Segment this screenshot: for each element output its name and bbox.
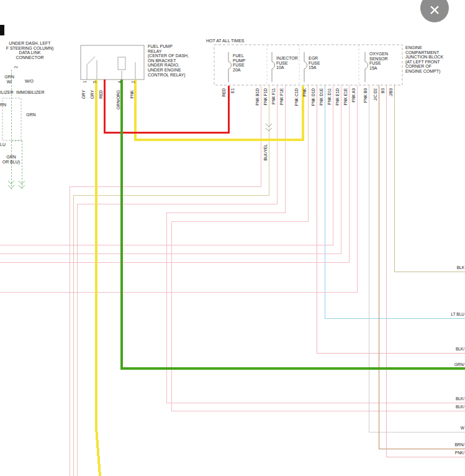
wire-color-label: BLK [457, 265, 464, 270]
corner-mark [0, 25, 4, 35]
note-line: FUEL [233, 53, 245, 58]
wire-label: 2 [131, 81, 136, 83]
note-line: INJECTOR [276, 56, 298, 61]
wire-color-label: BLK/ [456, 405, 464, 409]
relay-box [81, 45, 144, 80]
wire-pnk-1 [171, 85, 465, 411]
note-line: COMPARTMENT [405, 50, 443, 55]
label-ilizer: ILIZER [0, 90, 14, 95]
note-line: CONTROL RELAY) [148, 73, 189, 78]
wire-wht [369, 85, 465, 432]
note-line: FUEL PUMP [148, 44, 189, 49]
wire-label: BLK/YEL [263, 144, 268, 160]
note-line: PUMP [233, 58, 245, 63]
hot-at-all-times-label: HOT AT ALL TIMES [206, 39, 244, 43]
wire-label: PNK F11 [271, 88, 276, 104]
wire-label: PNK D1E [319, 88, 324, 106]
fuse-label-fuel-pump: FUELPUMPFUSE20A [233, 53, 245, 72]
note-line: CONNECTOR [0, 55, 60, 60]
wire-color-label: BLK/ [456, 347, 464, 351]
relay-internals [87, 57, 135, 80]
label-grn: GRN [26, 112, 36, 117]
diagram-static-shapes [2, 45, 402, 140]
note-line: OXYGEN [369, 52, 388, 57]
note-line: EGR [309, 56, 320, 61]
wire-pnk-e1e [0, 85, 349, 262]
wire-label: RED [99, 90, 104, 99]
note-line: RELAY [148, 49, 189, 54]
label-lu: LU [0, 142, 6, 147]
wire-label: PNK B9 [363, 88, 368, 103]
wire-label: PNK D1D [311, 88, 316, 106]
note-line: ENGINE [405, 45, 443, 50]
wire-label: 5 [93, 81, 97, 83]
fuel-pump-relay-note: FUEL PUMPRELAY(CENTER OF DASH,ON BRACKET… [148, 44, 189, 77]
note-line: SENSOR [369, 57, 388, 62]
note-line: 20A [233, 68, 245, 73]
label-immobilizer: IMMOBILIZER [16, 90, 45, 95]
wire-pnk-highlight [135, 80, 303, 140]
note-line: W/ [2, 80, 16, 85]
wire-color-label: PNK/ [455, 451, 464, 455]
note-line: CORNER OF [405, 64, 443, 69]
wire-label: J/C D2 [373, 88, 378, 101]
note-line: JUNCTION BLOCK [405, 55, 443, 60]
wire-label: GRY [90, 90, 95, 99]
wire-color-label: LT BLU [451, 312, 464, 316]
wire-label: PNK D11 [327, 88, 332, 105]
fuse-label-oxygen-sensor: OXYGENSENSORFUSE15A [369, 52, 388, 70]
note-line: (CENTER OF DASH, [148, 53, 189, 58]
label-rn: RN [0, 103, 6, 108]
fuse-symbol-injector [272, 52, 275, 82]
note-line: ENGINE COMPT) [405, 69, 443, 74]
wire-label: B3 [381, 88, 386, 93]
note-line: (AT LEFT FRONT [405, 60, 443, 65]
wire-label: PNK C1D [294, 88, 299, 106]
wire-label: PNK F1D [263, 88, 268, 105]
fuse-symbol-oxygen-sensor [365, 52, 368, 82]
fuse-label-injector: INJECTORFUSE10A [276, 56, 298, 70]
note-line: DATA LINK [0, 50, 60, 55]
wire-label: 1 [83, 81, 88, 83]
wire-label: GRN/ORG [116, 90, 121, 109]
wiring-diagram-viewer: UNDER DASH, LEFTF STEERING COLUMN)DATA L… [0, 0, 465, 476]
note-line: ON BRACKET [148, 58, 189, 63]
note-line: UNDER ENGINE [148, 68, 189, 73]
label-wo: W/O [25, 79, 34, 84]
wire-break-symbols [8, 124, 272, 188]
wire-label: 2 [14, 66, 19, 68]
wire-pnk-d1d [317, 85, 465, 353]
wire-label: PNK E1D [335, 88, 340, 106]
wire-label: PNK B1D [255, 88, 260, 106]
note-line: F STEERING COLUMN) [0, 46, 60, 51]
fuse-symbol-fuel-pump [228, 52, 232, 82]
wires-layer [0, 70, 465, 476]
wire-grn-org [122, 80, 465, 368]
note-line: UNDER RADIO, [148, 63, 189, 68]
wire-pnk-2 [386, 85, 465, 457]
fuse-symbols [228, 52, 368, 82]
wire-red [104, 80, 228, 132]
wire-brn [379, 85, 465, 449]
note-line: GRN [2, 75, 16, 80]
wire-label: PNK A9 [351, 88, 356, 103]
wire-lt-blu [325, 85, 465, 318]
wire-gry-highlight [96, 80, 100, 476]
fuse-symbol-egr [304, 52, 307, 82]
wire-label: J/B9 [389, 88, 394, 96]
wire-color-label: BRN/ [454, 442, 464, 447]
note-line: UNDER DASH, LEFT [0, 41, 60, 46]
wire-label: PNK [130, 90, 135, 98]
label-grn-w: GRNW/ [2, 75, 16, 84]
fuse-label-egr: EGRFUSE15A [309, 56, 320, 70]
note-line: FUSE [369, 61, 388, 66]
wire-pnk-b1d [70, 85, 261, 476]
note-line: 15A [369, 66, 388, 71]
wire-label: PNK [302, 88, 307, 96]
note-line: FUSE [309, 61, 320, 66]
note-line: FUSE [276, 61, 298, 66]
wire-label: PNK F1E [279, 88, 284, 105]
close-icon: × [429, 1, 440, 19]
wire-pnk-e1d [0, 85, 341, 254]
label-grn-or-blu: GRNOR BLU) [0, 155, 22, 164]
